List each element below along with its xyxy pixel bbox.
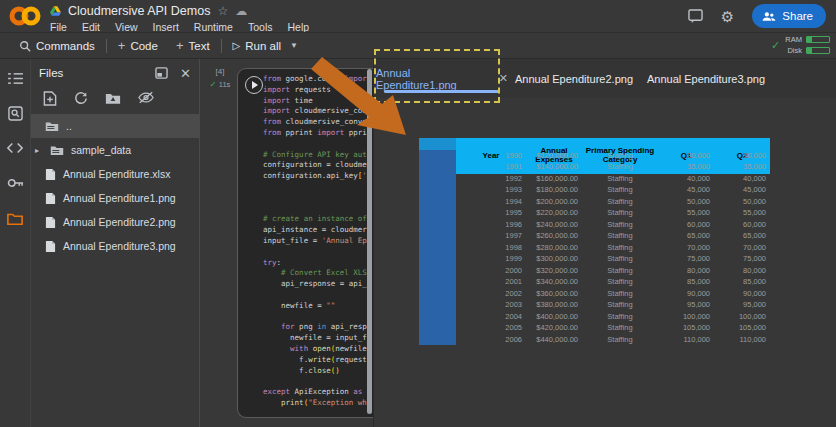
table-cell: Staffing <box>582 265 658 277</box>
files-folder-icon[interactable] <box>4 207 26 229</box>
menu-insert[interactable]: Insert <box>153 21 179 33</box>
table-cell: 90,000 <box>658 288 714 300</box>
file-tree-item-annual-ependiture1-png[interactable]: Annual Ependiture1.png <box>31 186 199 210</box>
table-of-contents-icon[interactable] <box>4 67 26 89</box>
table-cell: 70,000 <box>658 242 714 254</box>
table-row-accent-cell <box>419 219 456 231</box>
table-cell: $160,000.00 <box>526 173 582 185</box>
code-line: with open(newfile, 'wb') as f: <box>263 344 371 355</box>
file-tree-item-sample-data[interactable]: ▸sample_data <box>31 138 199 162</box>
table-cell: Staffing <box>582 230 658 242</box>
code-line <box>263 182 371 193</box>
expand-caret-icon[interactable]: ▸ <box>35 146 43 155</box>
file-tree-item-annual-ependiture-xlsx[interactable]: Annual Ependiture.xlsx <box>31 162 199 186</box>
table-row-accent-cell <box>419 299 456 311</box>
file-tree-item--[interactable]: .. <box>31 114 199 138</box>
table-cell: 95,000 <box>658 299 714 311</box>
run-all-button[interactable]: ▷ Run all ▼ <box>224 40 307 52</box>
chevron-down-icon[interactable]: ▼ <box>290 41 298 50</box>
table-cell: 1997 <box>456 230 526 242</box>
code-line: import time <box>263 96 371 107</box>
table-row-accent-cell <box>419 334 456 346</box>
mount-drive-icon[interactable] <box>105 91 121 105</box>
table-cell: $300,000.00 <box>526 253 582 265</box>
menu-runtime[interactable]: Runtime <box>194 21 233 33</box>
upload-file-icon[interactable] <box>43 91 57 106</box>
table-cell: 60,000 <box>658 219 714 231</box>
colab-logo-icon[interactable] <box>8 3 42 29</box>
check-icon: ✓ <box>210 79 217 89</box>
table-cell: $420,000.00 <box>526 322 582 334</box>
table-cell: 1990 <box>456 150 526 162</box>
table-cell: 70,000 <box>714 242 770 254</box>
refresh-icon[interactable] <box>74 91 88 106</box>
run-cell-button[interactable] <box>245 76 263 94</box>
table-cell: $200,000.00 <box>526 196 582 208</box>
code-line: from pprint import pprint <box>263 128 371 139</box>
code-line: print("Exception when calling convert") <box>263 398 371 409</box>
code-line: f.close() <box>263 366 371 377</box>
find-replace-icon[interactable] <box>4 102 26 124</box>
code-line: api_response = api_instance.convert_docu… <box>263 279 371 290</box>
folder-icon <box>45 120 59 132</box>
table-row-accent-cell <box>419 150 456 162</box>
table-row-accent-cell <box>419 265 456 277</box>
secrets-key-icon[interactable] <box>4 172 26 194</box>
comment-icon[interactable] <box>688 9 703 23</box>
table-row-accent-cell <box>419 276 456 288</box>
code-line <box>263 139 371 150</box>
preview-tab-1[interactable]: Annual Ependiture1.png✕ <box>376 59 508 98</box>
table-cell: 1994 <box>456 196 526 208</box>
code-editor[interactable]: from google.colab import filesimport req… <box>263 74 371 413</box>
add-text-button[interactable]: + Text <box>167 38 219 53</box>
table-cell: 100,000 <box>658 311 714 323</box>
code-snippets-icon[interactable] <box>4 137 26 159</box>
code-cell[interactable]: from google.colab import filesimport req… <box>237 68 373 418</box>
table-cell: 2004 <box>456 311 526 323</box>
notebook-title[interactable]: Cloudmersive API Demos <box>68 4 210 18</box>
table-row-accent-cell <box>419 288 456 300</box>
settings-gear-icon[interactable]: ⚙ <box>721 9 734 24</box>
share-button[interactable]: Share <box>752 4 826 28</box>
table-cell: $140,000.00 <box>526 161 582 173</box>
menu-help[interactable]: Help <box>287 21 309 33</box>
menu-edit[interactable]: Edit <box>82 21 100 33</box>
close-panel-icon[interactable]: ✕ <box>180 67 191 80</box>
code-line: # Configure API key authorization <box>263 150 371 161</box>
play-icon <box>252 81 258 89</box>
add-code-button[interactable]: + Code <box>109 38 167 53</box>
search-icon <box>19 40 31 52</box>
menu-view[interactable]: View <box>115 21 138 33</box>
execution-time: ✓ 11s <box>204 79 236 89</box>
preview-tab-2[interactable]: Annual Ependiture2.png <box>508 59 640 98</box>
eye-off-icon[interactable] <box>138 91 154 104</box>
star-icon[interactable]: ☆ <box>217 5 228 17</box>
left-icon-rail <box>0 59 30 427</box>
table-cell: $360,000.00 <box>526 288 582 300</box>
dock-panel-icon[interactable] <box>155 67 168 79</box>
menu-file[interactable]: File <box>50 21 67 33</box>
table-cell: Staffing <box>582 276 658 288</box>
code-line: input_file = 'Annual Ependiture.xlsx' <box>263 236 371 247</box>
table-cell: 65,000 <box>658 230 714 242</box>
file-name-label: Annual Ependiture.xlsx <box>63 168 170 180</box>
code-line: newfile = "" <box>263 301 371 312</box>
tab-label: Annual Ependiture1.png <box>376 67 491 91</box>
ram-label: RAM <box>785 35 802 44</box>
table-cell: $340,000.00 <box>526 276 582 288</box>
table-cell: 100,000 <box>714 311 770 323</box>
code-line: import requests <box>263 85 371 96</box>
menu-tools[interactable]: Tools <box>248 21 273 33</box>
commands-button[interactable]: Commands <box>10 40 104 52</box>
file-tree-item-annual-ependiture3-png[interactable]: Annual Ependiture3.png <box>31 234 199 258</box>
notebook-scrollbar[interactable] <box>367 69 372 414</box>
preview-tab-3[interactable]: Annual Ependiture3.png <box>640 59 772 98</box>
close-tab-icon[interactable]: ✕ <box>499 72 508 85</box>
code-line: newfile = input_file.replace('.xlsx', st… <box>263 333 371 344</box>
file-name-label: .. <box>66 120 72 132</box>
file-tree-item-annual-ependiture2-png[interactable]: Annual Ependiture2.png <box>31 210 199 234</box>
table-cell: 40,000 <box>658 173 714 185</box>
table-row-accent-cell <box>419 161 456 173</box>
resources-indicator[interactable]: ✓ RAM Disk <box>771 35 830 55</box>
add-text-label: Text <box>189 40 210 52</box>
